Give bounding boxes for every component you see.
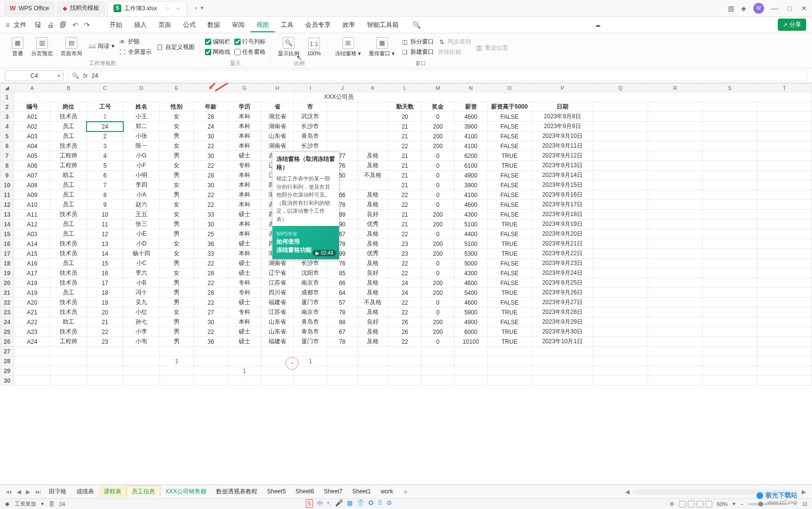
cell[interactable]: 山东省 [261, 317, 293, 327]
cell[interactable]: 24 [194, 122, 228, 132]
cell[interactable]: 青岛市 [294, 327, 327, 337]
merged-title[interactable]: XXX公司员 [294, 92, 358, 102]
zoom-level[interactable]: 60% [717, 501, 728, 507]
menu-item-开始[interactable]: 开始 [104, 18, 128, 31]
spreadsheet-grid[interactable]: ◢ABCDEFGHIJKLMNOPQRST 1XXX公司员 2编号岗位工号姓名性… [0, 83, 812, 386]
tab-menu-icon[interactable]: ○ [166, 5, 169, 12]
row-header[interactable]: 10 [0, 180, 14, 190]
cell[interactable]: 员工 [50, 180, 87, 190]
cell[interactable]: 技术员 [50, 278, 87, 288]
cell[interactable]: 男 [159, 171, 194, 180]
cloud-icon[interactable]: ☁ [595, 22, 601, 28]
cell[interactable]: 及格 [358, 278, 388, 288]
cell[interactable]: 200 [421, 317, 454, 327]
cell[interactable]: 技术员 [50, 210, 87, 220]
cell[interactable]: 22 [194, 141, 228, 151]
cell[interactable]: 男 [159, 190, 194, 200]
cell[interactable]: 员工 [50, 200, 87, 210]
cell[interactable]: A12 [14, 220, 50, 229]
cell[interactable]: 专科 [228, 288, 261, 298]
cell[interactable]: 21 [388, 132, 421, 141]
cell[interactable]: 四川省 [261, 288, 293, 298]
cell[interactable]: 11 [87, 220, 123, 229]
sheet-tab[interactable]: 数据透视表教程 [211, 486, 262, 497]
row-header[interactable]: 13 [0, 210, 14, 220]
cell[interactable]: 27 [194, 308, 228, 317]
cell[interactable]: 小明 [123, 171, 159, 180]
row-header[interactable]: 11 [0, 190, 14, 200]
cell[interactable]: 66 [327, 278, 358, 288]
cell[interactable]: 4600 [454, 298, 487, 308]
row-header[interactable]: 28 [0, 356, 14, 366]
cell[interactable]: 及格 [358, 161, 388, 171]
cell[interactable]: FALSE [487, 171, 532, 180]
cell[interactable]: TRUE [487, 220, 532, 229]
cell[interactable]: A11 [14, 210, 50, 220]
cell[interactable]: 及格 [358, 337, 388, 347]
cell[interactable]: 小C [123, 259, 159, 268]
undo-icon[interactable]: ↶ [72, 21, 78, 29]
app-tab-template[interactable]: ◆找稻壳模板 [57, 1, 105, 16]
cell[interactable]: 男 [159, 278, 194, 288]
cell[interactable]: 33 [194, 249, 228, 259]
menu-item-插入[interactable]: 插入 [128, 18, 153, 31]
cell[interactable]: 2023年9月14日 [532, 171, 593, 180]
cell[interactable]: A24 [14, 337, 50, 347]
cell[interactable]: 员工 [50, 229, 87, 239]
cell[interactable]: 30 [194, 317, 228, 327]
cell[interactable]: 男 [159, 132, 194, 141]
cell[interactable]: TRUE [487, 337, 532, 347]
cell[interactable]: 不及格 [358, 171, 388, 180]
cell[interactable]: 26 [388, 327, 421, 337]
cell[interactable]: 及格 [358, 151, 388, 161]
cell[interactable]: 5900 [454, 308, 487, 317]
cell[interactable]: 22 [388, 298, 421, 308]
row-header[interactable]: 4 [0, 122, 14, 132]
row-header[interactable]: 20 [0, 278, 14, 288]
burger-icon[interactable]: ≡ [6, 21, 10, 29]
cell[interactable]: 硕士 [228, 239, 261, 249]
cell[interactable]: 22 [388, 268, 421, 278]
cell[interactable]: 小韦 [123, 337, 159, 347]
cell[interactable]: 200 [421, 210, 454, 220]
cell[interactable]: 湖北省 [261, 112, 293, 122]
sheet-nav-prev[interactable]: ◀ [15, 488, 23, 495]
cell[interactable]: 0 [421, 200, 454, 210]
cell[interactable]: 硕士 [228, 298, 261, 308]
cell[interactable]: 20 [87, 308, 123, 317]
cell[interactable]: A15 [14, 249, 50, 259]
cell[interactable]: 员工 [50, 132, 87, 141]
save-icon[interactable]: 🖫 [34, 21, 41, 29]
cell[interactable]: 本科 [228, 229, 261, 239]
cell[interactable]: 21 [388, 180, 421, 190]
cell[interactable]: 24 [87, 122, 123, 132]
cell[interactable]: 赵六 [123, 200, 159, 210]
row-header[interactable]: 17 [0, 249, 14, 259]
cell[interactable]: 2023年9月18日 [532, 210, 593, 220]
cell[interactable]: 15 [87, 259, 123, 268]
cell[interactable]: 76 [327, 259, 358, 268]
cell[interactable]: 0 [421, 151, 454, 161]
cell[interactable]: 22 [388, 190, 421, 200]
view-switcher[interactable] [679, 501, 712, 508]
cell[interactable]: 30 [194, 220, 228, 229]
cell[interactable]: TRUE [487, 308, 532, 317]
cell[interactable]: TRUE [487, 288, 532, 298]
cell[interactable]: 6000 [454, 327, 487, 337]
cell[interactable]: 江苏省 [261, 308, 293, 317]
cell[interactable]: 57 [327, 298, 358, 308]
cell[interactable]: 22 [194, 278, 228, 288]
cell[interactable]: 及格 [358, 288, 388, 298]
cell[interactable]: 21 [388, 220, 421, 229]
cell[interactable]: 湖南省 [261, 122, 293, 132]
cell[interactable]: 4900 [454, 171, 487, 180]
cell[interactable]: 男 [159, 220, 194, 229]
cell[interactable]: FALSE [487, 112, 532, 122]
cell[interactable]: 厦门市 [294, 337, 327, 347]
row-header[interactable]: 25 [0, 327, 14, 337]
cell[interactable]: 21 [388, 171, 421, 180]
cell[interactable]: 专科 [228, 278, 261, 288]
cell[interactable]: 冯十 [123, 288, 159, 298]
cell[interactable]: 女 [159, 180, 194, 190]
cell[interactable]: 200 [421, 278, 454, 288]
